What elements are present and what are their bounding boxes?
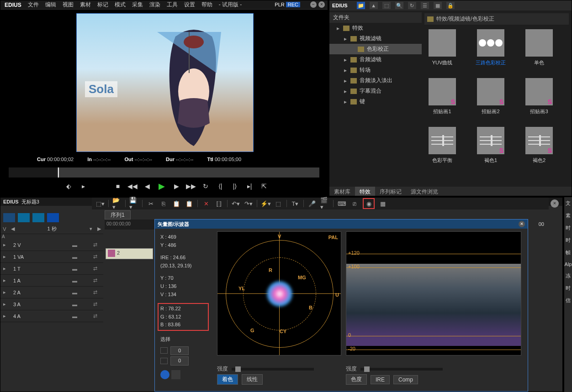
video-fx-icon[interactable]: 🎬▾ bbox=[320, 199, 329, 208]
delete-icon[interactable]: ✕ bbox=[201, 199, 211, 208]
effect-thumb[interactable]: S招贴画3 bbox=[523, 78, 555, 115]
menu-tools[interactable]: 工具 bbox=[164, 1, 180, 9]
track-header[interactable]: ▸1 T▬⇄ bbox=[0, 263, 103, 275]
video-preview[interactable]: Sola bbox=[76, 13, 254, 152]
redo-icon[interactable]: ↷▾ bbox=[244, 199, 253, 208]
import-icon[interactable]: ⬚ bbox=[382, 2, 391, 9]
step-fwd-icon[interactable]: ▶ bbox=[172, 182, 180, 190]
sel-val-0[interactable]: 0 bbox=[170, 346, 189, 355]
out-point-icon[interactable]: |⟩ bbox=[231, 182, 239, 190]
menu-marker[interactable]: 标记 bbox=[95, 1, 111, 9]
scrubber-playhead[interactable] bbox=[58, 167, 59, 178]
menu-clip[interactable]: 素材 bbox=[78, 1, 93, 9]
effect-thumb[interactable]: S招贴画2 bbox=[475, 78, 507, 115]
effect-thumb[interactable]: S褐色1 bbox=[475, 127, 507, 164]
video-clip[interactable]: 2 bbox=[106, 248, 153, 259]
effect-thumb[interactable]: S招贴画1 bbox=[426, 78, 458, 115]
side-tab[interactable]: 时 bbox=[564, 282, 572, 294]
stop-icon[interactable]: ■ bbox=[114, 182, 122, 190]
effect-thumb[interactable]: 色彩平衡 bbox=[426, 127, 458, 164]
menu-settings[interactable]: 设置 bbox=[182, 1, 197, 9]
side-tab[interactable]: 时 bbox=[564, 234, 572, 246]
chroma-button[interactable]: 色度 bbox=[346, 374, 367, 385]
intensity-slider-l[interactable] bbox=[232, 368, 314, 371]
menu-file[interactable]: 文件 bbox=[26, 1, 41, 9]
side-tab[interactable]: 文 bbox=[564, 197, 572, 209]
menu-capture[interactable]: 采集 bbox=[130, 1, 145, 9]
tree-item[interactable]: 色彩校正 bbox=[329, 44, 422, 54]
effect-thumb[interactable]: 三路色彩校正 bbox=[475, 29, 507, 66]
tree-item[interactable]: ▸键 bbox=[329, 96, 422, 107]
mixer-icon[interactable]: ⎚ bbox=[350, 199, 359, 208]
tree-item[interactable]: ▸转场 bbox=[329, 65, 422, 75]
in-point-icon[interactable]: ⟨| bbox=[216, 182, 224, 190]
set-in-icon[interactable]: ▸ bbox=[79, 182, 87, 190]
lock-icon[interactable]: 🔒 bbox=[446, 2, 455, 9]
folder-icon[interactable]: 📁 bbox=[357, 2, 365, 9]
timeline-tracks[interactable]: 00:00:00;00 2 bbox=[105, 220, 155, 388]
paste-attr-icon[interactable]: 📋 bbox=[185, 199, 194, 208]
step-back-icon[interactable]: ◀ bbox=[143, 182, 151, 190]
sequence-tab[interactable]: 序列1 bbox=[105, 210, 131, 220]
tree-item[interactable]: ▸特效 bbox=[329, 23, 422, 33]
export-icon[interactable]: ⇱ bbox=[260, 182, 268, 190]
title-icon[interactable]: T▾ bbox=[291, 199, 300, 208]
menu-edit[interactable]: 编辑 bbox=[43, 1, 58, 9]
menu-mode[interactable]: 模式 bbox=[112, 1, 128, 9]
razor-icon[interactable]: ⚡▾ bbox=[261, 199, 270, 208]
side-tab[interactable]: 帧 bbox=[564, 246, 572, 259]
menu-view[interactable]: 视图 bbox=[60, 1, 76, 9]
scope-mode-icon[interactable] bbox=[160, 370, 169, 379]
refresh-icon[interactable]: ↻ bbox=[408, 2, 416, 9]
vscope-close-icon[interactable]: × bbox=[519, 221, 525, 227]
bin-tab[interactable]: 特效 bbox=[355, 187, 375, 196]
track-header[interactable]: ▸4 A▬⇄ bbox=[0, 310, 103, 322]
trim-icon[interactable]: ⬚ bbox=[274, 199, 283, 208]
prev-marker-icon[interactable]: ⬖ bbox=[64, 182, 73, 190]
tl-mode-icon[interactable]: ⬚▾ bbox=[95, 199, 105, 208]
side-tab[interactable]: 素 bbox=[564, 209, 572, 222]
scope-grid-icon[interactable] bbox=[171, 370, 180, 379]
linear-button[interactable]: 线性 bbox=[242, 374, 263, 385]
side-tab[interactable]: 信 bbox=[564, 294, 572, 307]
ffwd-icon[interactable]: ▶▶ bbox=[187, 182, 195, 190]
minimize-icon[interactable]: − bbox=[310, 1, 317, 8]
intensity-slider-r[interactable] bbox=[360, 368, 443, 371]
rewind-icon[interactable]: ◀◀ bbox=[128, 182, 137, 190]
grid-icon[interactable]: ▦ bbox=[434, 2, 442, 9]
menu-render[interactable]: 渲染 bbox=[147, 1, 163, 9]
mode-btn-4[interactable] bbox=[47, 213, 59, 222]
search-icon[interactable]: 🔍 bbox=[395, 2, 403, 9]
side-tab[interactable]: 时 bbox=[564, 222, 572, 234]
scrubber[interactable] bbox=[9, 167, 319, 178]
open-icon[interactable]: 📂▾ bbox=[112, 199, 122, 208]
layout-icon[interactable]: ▦ bbox=[378, 199, 387, 208]
up-icon[interactable]: ▲ bbox=[370, 2, 378, 9]
tree-item[interactable]: ▸字幕混合 bbox=[329, 86, 422, 96]
mode-btn-3[interactable] bbox=[32, 213, 44, 222]
ripple-icon[interactable]: ⟦⟧ bbox=[214, 199, 223, 208]
effect-thumb[interactable]: 单色 bbox=[523, 29, 555, 66]
list-icon[interactable]: ☰ bbox=[421, 2, 429, 9]
vectorscope-button[interactable]: ◉ bbox=[363, 198, 375, 209]
bin-tab[interactable]: 源文件浏览 bbox=[406, 187, 443, 196]
play-icon[interactable]: ▶ bbox=[158, 182, 166, 190]
effect-thumb[interactable]: S褐色2 bbox=[523, 127, 555, 164]
mode-btn-2[interactable] bbox=[18, 213, 30, 222]
mode-btn-1[interactable] bbox=[3, 213, 15, 222]
sel-color-0[interactable] bbox=[160, 347, 168, 354]
timeline-close-icon[interactable]: × bbox=[551, 199, 559, 208]
effect-thumb[interactable]: YUV曲线 bbox=[426, 29, 458, 66]
bin-tab[interactable]: 素材库 bbox=[329, 187, 355, 196]
track-header[interactable]: ▸2 V▬⇄ bbox=[0, 239, 103, 251]
save-icon[interactable]: 💾▾ bbox=[129, 199, 138, 208]
vscope-titlebar[interactable]: 矢量图/示波器 × bbox=[155, 220, 528, 229]
track-header[interactable]: ▸1 VA▬⇄ bbox=[0, 251, 103, 263]
audio-icon[interactable]: 🎤 bbox=[307, 199, 317, 208]
track-header[interactable]: ▸3 A▬⇄ bbox=[0, 298, 103, 310]
side-tab[interactable]: 冻 bbox=[564, 270, 572, 282]
side-tab[interactable]: Alp bbox=[564, 259, 572, 270]
time-scale[interactable]: 1 秒 bbox=[17, 225, 87, 232]
time-ruler[interactable]: 00:00:00;00 bbox=[105, 220, 155, 230]
undo-icon[interactable]: ↶▾ bbox=[231, 199, 240, 208]
